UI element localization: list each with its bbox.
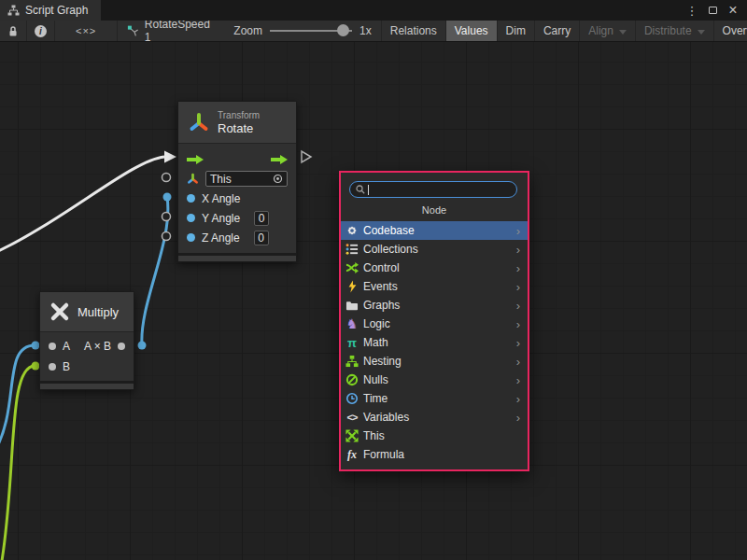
close-icon[interactable]: ×	[725, 2, 741, 19]
finder-item-label: Formula	[363, 448, 404, 461]
port-this-ring[interactable]	[162, 174, 171, 182]
this-object-field[interactable]: This	[205, 171, 288, 187]
zoom-slider-knob[interactable]	[337, 24, 349, 36]
finder-item-label: Variables	[363, 411, 409, 424]
finder-item-label: Control	[363, 261, 400, 274]
z-angle-port[interactable]	[187, 233, 195, 242]
values-button[interactable]: Values	[446, 21, 498, 41]
node-multiply[interactable]: Multiply A A × B B	[39, 291, 134, 390]
chevron-right-icon: ›	[516, 412, 524, 424]
finder-item-label: Events	[363, 280, 398, 293]
chevron-right-icon: ›	[516, 393, 524, 405]
finder-item-variables[interactable]: <> Variables ›	[341, 408, 528, 427]
align-label: Align	[588, 24, 613, 37]
finder-item-formula[interactable]: fx Formula	[341, 445, 528, 464]
graph-hierarchy-icon	[7, 5, 20, 16]
finder-item-math[interactable]: π Math ›	[341, 333, 528, 352]
tab-script-graph[interactable]: Script Graph	[0, 0, 101, 21]
chevron-right-icon: ›	[516, 281, 524, 293]
z-angle-port-row: Z Angle 0	[178, 228, 296, 247]
pi-icon: π	[345, 336, 359, 350]
finder-item-nesting[interactable]: Nesting ›	[341, 352, 528, 371]
port-flow-out-triangle[interactable]	[302, 151, 311, 162]
transform-icon	[188, 111, 210, 133]
wire-into-b[interactable]	[2, 366, 35, 560]
node-title: Multiply	[78, 305, 119, 319]
finder-item-collections[interactable]: Collections ›	[341, 240, 528, 259]
y-angle-input[interactable]: 0	[254, 211, 269, 226]
chevron-right-icon: ›	[516, 225, 524, 237]
knight-icon: ♞	[345, 317, 359, 331]
y-angle-port[interactable]	[187, 214, 195, 222]
info-icon: i	[35, 25, 47, 37]
finder-item-control[interactable]: Control ›	[341, 259, 528, 277]
folder-icon	[345, 299, 359, 313]
z-angle-label: Z Angle	[202, 231, 240, 245]
code-view-button[interactable]: <×>	[55, 21, 118, 41]
title-bar: Script Graph ⋮ ×	[0, 0, 747, 21]
finder-item-label: Collections	[363, 243, 418, 256]
chevron-right-icon: ›	[516, 356, 524, 368]
object-picker-icon[interactable]	[273, 174, 283, 184]
tab-title: Script Graph	[25, 4, 88, 17]
finder-item-time[interactable]: Time ›	[341, 389, 528, 408]
multiply-x-icon	[49, 301, 70, 322]
chevron-right-icon: ›	[516, 300, 524, 312]
y-angle-label: Y Angle	[202, 212, 240, 225]
finder-item-codebase[interactable]: Codebase ›	[341, 221, 528, 240]
overview-button[interactable]: Overview	[714, 21, 747, 41]
zoom-slider[interactable]	[270, 24, 352, 37]
finder-item-nulls[interactable]: Nulls ›	[341, 371, 528, 389]
finder-item-label: Graphs	[363, 299, 400, 312]
relations-button[interactable]: Relations	[382, 21, 446, 41]
carry-button[interactable]: Carry	[535, 21, 580, 41]
port-xangle-connected[interactable]	[163, 193, 172, 202]
info-button[interactable]: i	[27, 21, 55, 41]
code-icon: <×>	[76, 25, 96, 36]
window-controls: ⋮ ×	[684, 0, 747, 21]
node-transform-rotate[interactable]: Transform Rotate	[177, 101, 297, 262]
finder-search-field[interactable]	[349, 181, 517, 198]
graph-canvas[interactable]: Transform Rotate	[0, 42, 747, 560]
dim-button[interactable]: Dim	[498, 21, 535, 41]
flow-port-row	[178, 149, 296, 169]
finder-item-this[interactable]: This	[341, 427, 528, 445]
z-angle-input[interactable]: 0	[254, 231, 269, 245]
finder-item-logic[interactable]: ♞ Logic ›	[341, 315, 528, 333]
gear-icon	[345, 224, 359, 238]
window-menu-icon[interactable]: ⋮	[684, 2, 700, 19]
port-zangle-ring[interactable]	[162, 232, 171, 241]
finder-item-events[interactable]: Events ›	[341, 277, 528, 296]
flow-in-arrow-icon[interactable]	[187, 155, 204, 164]
branch-arrows-icon	[345, 261, 359, 275]
b-port[interactable]	[49, 363, 56, 371]
b-label: B	[63, 360, 70, 373]
multiply-node-footer	[40, 381, 134, 389]
rotate-node-header[interactable]: Transform Rotate	[178, 102, 296, 143]
wire-flow-input[interactable]	[0, 157, 164, 254]
port-multiply-out-connected[interactable]	[138, 342, 147, 350]
multiply-node-header[interactable]: Multiply	[40, 292, 134, 331]
finder-item-label: This	[363, 429, 385, 442]
lock-button[interactable]	[0, 21, 27, 41]
out-label: A × B	[84, 340, 111, 353]
maximize-icon[interactable]	[704, 2, 721, 19]
node-title: Rotate	[218, 121, 260, 135]
out-port[interactable]	[118, 343, 125, 350]
chevron-right-icon: ›	[516, 262, 524, 274]
this-field-value: This	[210, 173, 232, 186]
node-category: Transform	[218, 110, 260, 121]
graph-breadcrumb[interactable]: RotateSpeed 1	[118, 21, 220, 41]
x-angle-port[interactable]	[187, 194, 195, 203]
finder-item-graphs[interactable]: Graphs ›	[341, 296, 528, 315]
hierarchy-icon	[345, 355, 359, 369]
finder-item-label: Nesting	[363, 355, 402, 368]
port-yangle-ring[interactable]	[162, 213, 171, 221]
graph-node-icon	[127, 24, 139, 37]
a-port[interactable]	[49, 343, 56, 350]
move-arrows-icon	[345, 429, 359, 443]
x-angle-port-row: X Angle	[178, 189, 296, 208]
finder-item-label: Nulls	[363, 373, 388, 386]
flow-out-arrow-icon[interactable]	[271, 155, 288, 164]
null-slash-icon	[345, 373, 359, 387]
